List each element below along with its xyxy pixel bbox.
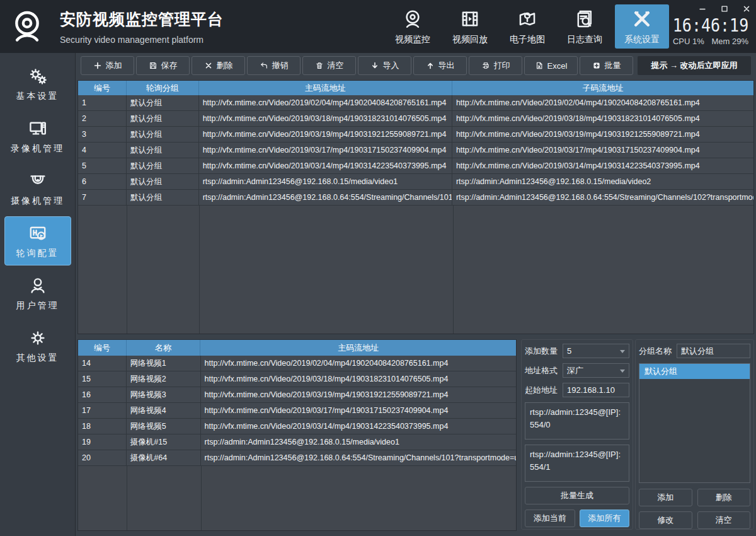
group-add-button[interactable]: 添加	[639, 489, 692, 506]
table-row[interactable]: 3默认分组http://vfx.mtime.cn/Video/2019/03/1…	[78, 127, 753, 143]
table-row[interactable]: 1默认分组http://vfx.mtime.cn/Video/2019/02/0…	[78, 95, 753, 111]
sidebar-item-recorder-management[interactable]: 录像机管理	[4, 112, 71, 161]
nav-item-video-playback[interactable]: 视频回放	[443, 4, 497, 49]
sidebar-item-label: 其他设置	[16, 352, 59, 364]
app-window: 安防视频监控管理平台 Security video management pla…	[0, 0, 756, 536]
sidebar-item-basic-settings[interactable]: 基本设置	[4, 59, 71, 108]
table-row[interactable]: 18网络视频5http://vfx.mtime.cn/Video/2019/03…	[78, 419, 516, 434]
add-all-button[interactable]: 添加所有	[580, 510, 630, 527]
table-row[interactable]: 5默认分组http://vfx.mtime.cn/Video/2019/03/1…	[78, 158, 753, 174]
map-pin-icon	[517, 8, 538, 30]
undo-button[interactable]: 撤销	[247, 56, 301, 75]
table-row[interactable]: 16网络视频3http://vfx.mtime.cn/Video/2019/03…	[78, 387, 516, 403]
group-clear-button[interactable]: 清空	[697, 511, 751, 529]
add-quantity-value: 5	[567, 346, 571, 356]
import-button[interactable]: 导入	[358, 56, 411, 75]
table-row[interactable]: 20摄像机#64rtsp://admin:Admin123456@192.168…	[78, 450, 516, 466]
undo-icon	[260, 61, 268, 70]
table-cell: http://vfx.mtime.cn/Video/2019/03/19/mp4…	[201, 387, 517, 402]
table-cell: 默认分组	[127, 158, 199, 173]
digital-clock: 16:46:19	[669, 16, 752, 36]
minimize-icon	[698, 4, 707, 13]
rtsp-template-1[interactable]: rtsp://admin:12345@[IP]:554/0	[525, 402, 629, 440]
table-cell: 默认分组	[127, 127, 199, 142]
table-cell: 默认分组	[127, 111, 199, 126]
nav-label: 电子地图	[510, 34, 545, 45]
window-minimize-button[interactable]	[697, 4, 707, 13]
add-quantity-select[interactable]: 5	[563, 344, 629, 358]
group-delete-button[interactable]: 删除	[697, 489, 751, 506]
webcam-icon	[402, 8, 423, 30]
table-row[interactable]: 7默认分组rtsp://admin:Admin123456@192.168.0.…	[78, 190, 753, 206]
table-row[interactable]: 19摄像机#15rtsp://admin:Admin123456@192.168…	[78, 434, 516, 450]
column-header[interactable]: 主码流地址	[200, 340, 516, 356]
table-row[interactable]: 14网络视频1http://vfx.mtime.cn/Video/2019/02…	[78, 356, 516, 371]
add-button[interactable]: 添加	[81, 56, 134, 75]
button-label: 批量	[605, 60, 621, 71]
clear-button[interactable]: 清空	[302, 56, 356, 75]
window-controls	[669, 4, 752, 14]
column-header[interactable]: 编号	[78, 81, 127, 95]
table-row[interactable]: 17网络视频4http://vfx.mtime.cn/Video/2019/03…	[78, 403, 516, 419]
table-cell: http://vfx.mtime.cn/Video/2019/03/17/mp4…	[199, 143, 452, 158]
group-name-input[interactable]	[677, 344, 750, 358]
column-header[interactable]: 主码流地址	[199, 81, 452, 95]
excel-button[interactable]: Excel	[524, 56, 578, 75]
save-button[interactable]: 保存	[136, 56, 190, 75]
start-address-input[interactable]	[563, 383, 629, 397]
arrow-up-icon	[426, 61, 435, 70]
table-cell: http://vfx.mtime.cn/Video/2019/03/17/mp4…	[201, 403, 517, 418]
column-header[interactable]: 子码流地址	[452, 81, 753, 95]
table-cell: 网络视频1	[127, 356, 201, 371]
address-format-select[interactable]: 深广	[563, 363, 629, 378]
window-maximize-button[interactable]	[719, 4, 729, 13]
batch-panel: 添加数量 5 地址格式 深广 起始地址 rtsp://admin:12345@[…	[521, 339, 633, 530]
delete-button[interactable]: 删除	[192, 56, 245, 75]
chevron-down-icon	[620, 370, 625, 373]
column-header[interactable]: 名称	[127, 340, 201, 356]
sidebar-item-label: 轮询配置	[16, 248, 59, 259]
table-cell: 14	[78, 356, 127, 371]
nav-label: 日志查询	[567, 34, 602, 45]
table-row[interactable]: 15网络视频2http://vfx.mtime.cn/Video/2019/03…	[78, 371, 516, 387]
table-row[interactable]: 2默认分组http://vfx.mtime.cn/Video/2019/03/1…	[78, 111, 753, 127]
window-close-button[interactable]	[742, 4, 751, 13]
sidebar-item-user-management[interactable]: 用户管理	[4, 269, 71, 318]
cpu-mem-readout: CPU 1% Mem 29%	[669, 37, 752, 46]
table-cell: 默认分组	[127, 143, 199, 158]
sidebar-item-label: 摄像机管理	[11, 195, 64, 207]
group-buttons: 添加删除修改清空	[639, 489, 750, 529]
rtsp-template-2[interactable]: rtsp://admin:12345@[IP]:554/1	[525, 445, 629, 482]
sidebar-item-label: 录像机管理	[11, 143, 64, 154]
batch-button[interactable]: 批量	[580, 56, 633, 75]
table-cell: 网络视频3	[127, 387, 201, 402]
nav-item-e-map[interactable]: 电子地图	[500, 4, 554, 49]
group-modify-button[interactable]: 修改	[639, 511, 692, 529]
nav-item-video-monitor[interactable]: 视频监控	[386, 4, 440, 49]
table-header-row: 编号轮询分组主码流地址子码流地址	[78, 81, 753, 95]
nav-item-log-query[interactable]: 日志查询	[558, 4, 612, 49]
table-cell: http://vfx.mtime.cn/Video/2019/03/18/mp4…	[201, 371, 517, 387]
column-header[interactable]: 轮询分组	[127, 81, 199, 95]
print-button[interactable]: 打印	[469, 56, 522, 75]
add-current-button[interactable]: 添加当前	[525, 510, 575, 527]
polling-table: 编号轮询分组主码流地址子码流地址1默认分组http://vfx.mtime.cn…	[77, 80, 754, 334]
table-row[interactable]: 6默认分组rtsp://admin:Admin123456@192.168.0.…	[78, 174, 753, 190]
sidebar-item-other-settings[interactable]: 其他设置	[4, 321, 71, 370]
nav-label: 视频回放	[452, 34, 488, 45]
batch-generate-button[interactable]: 批量生成	[525, 487, 629, 504]
column-header[interactable]: 编号	[78, 340, 127, 356]
close-x-icon	[204, 61, 213, 70]
sidebar-item-camera-management[interactable]: 摄像机管理	[4, 164, 71, 213]
sidebar-item-label: 基本设置	[16, 91, 59, 102]
tools-icon	[631, 8, 653, 30]
sidebar-item-polling-config[interactable]: 轮询配置	[4, 216, 71, 265]
export-button[interactable]: 导出	[413, 56, 467, 75]
group-list-item[interactable]: 默认分组	[639, 364, 750, 379]
table-header-row: 编号名称主码流地址	[78, 340, 516, 356]
save-icon	[149, 61, 158, 70]
table-row[interactable]: 4默认分组http://vfx.mtime.cn/Video/2019/03/1…	[78, 143, 753, 158]
cpu-usage: CPU 1%	[673, 37, 704, 46]
nav-item-system-settings[interactable]: 系统设置	[615, 4, 669, 49]
table-cell: 16	[78, 387, 127, 402]
